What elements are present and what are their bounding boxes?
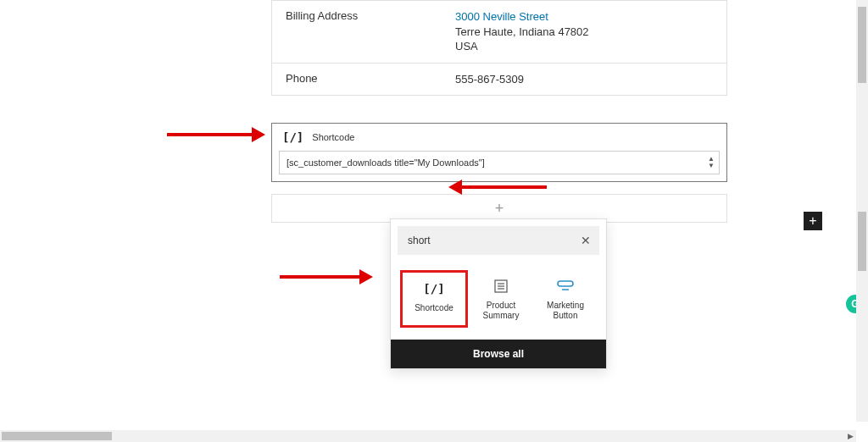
scroll-right-arrow-icon[interactable]: ▶ <box>844 430 856 442</box>
inserter-search: ✕ <box>398 226 599 255</box>
button-icon <box>557 277 574 296</box>
shortcode-icon: [/] <box>423 279 444 298</box>
block-inserter-popover: ✕ [/] Shortcode Product Summary Marketin… <box>390 218 607 369</box>
inserter-item-shortcode[interactable]: [/] Shortcode <box>400 270 468 328</box>
inserter-item-label: Product Summary <box>471 301 531 321</box>
content-column: Billing Address 3000 Neville Street Terr… <box>271 0 727 223</box>
inserter-search-input[interactable] <box>406 234 581 247</box>
scrollbar-thumb[interactable] <box>2 432 112 440</box>
browse-all-button[interactable]: Browse all <box>391 340 606 368</box>
page-root: { "billing": { "label": "Billing Address… <box>0 0 868 442</box>
shortcode-title: Shortcode <box>312 132 354 142</box>
billing-street: 3000 Neville Street <box>455 10 548 23</box>
phone-row: Phone 555-867-5309 <box>272 63 726 96</box>
phone-label: Phone <box>286 72 455 87</box>
billing-info-panel: Billing Address 3000 Neville Street Terr… <box>271 0 727 96</box>
billing-country: USA <box>455 40 478 52</box>
phone-value: 555-867-5309 <box>455 72 713 87</box>
chevron-down-icon: ▼ <box>708 163 715 169</box>
scrollbar-thumb[interactable] <box>858 212 866 271</box>
inserter-item-label: Shortcode <box>415 303 453 313</box>
shortcode-input-wrap: ▲ ▼ <box>279 151 720 174</box>
shortcode-block[interactable]: [/] Shortcode ▲ ▼ <box>271 123 727 182</box>
billing-address-value: 3000 Neville Street Terre Haute, Indiana… <box>455 9 713 54</box>
list-icon <box>494 277 508 296</box>
clear-search-icon[interactable]: ✕ <box>581 234 591 247</box>
billing-city: Terre Haute, Indiana 47802 <box>455 25 589 38</box>
horizontal-scrollbar[interactable]: ◀ ▶ <box>0 430 856 442</box>
shortcode-body: ▲ ▼ <box>272 151 726 181</box>
svg-rect-4 <box>558 281 573 286</box>
editor-canvas: Billing Address 3000 Neville Street Terr… <box>68 0 831 422</box>
vertical-scrollbar[interactable] <box>856 0 868 422</box>
billing-address-label: Billing Address <box>286 9 455 54</box>
billing-address-row: Billing Address 3000 Neville Street Terr… <box>272 1 726 63</box>
number-spinner[interactable]: ▲ ▼ <box>704 152 718 173</box>
shortcode-icon: [/] <box>282 130 303 144</box>
shortcode-block-header: [/] Shortcode <box>272 124 726 151</box>
scrollbar-thumb[interactable] <box>858 7 866 83</box>
inserter-item-marketing-button[interactable]: Marketing Button <box>534 270 597 328</box>
plus-icon: + <box>809 213 816 229</box>
plus-icon: + <box>495 201 504 216</box>
inserter-item-label: Marketing Button <box>536 301 595 321</box>
inserter-results-grid: [/] Shortcode Product Summary Marketing … <box>391 262 606 340</box>
inserter-item-product-summary[interactable]: Product Summary <box>470 270 532 328</box>
floating-add-block-button[interactable]: + <box>804 212 822 230</box>
shortcode-input[interactable] <box>279 151 720 174</box>
